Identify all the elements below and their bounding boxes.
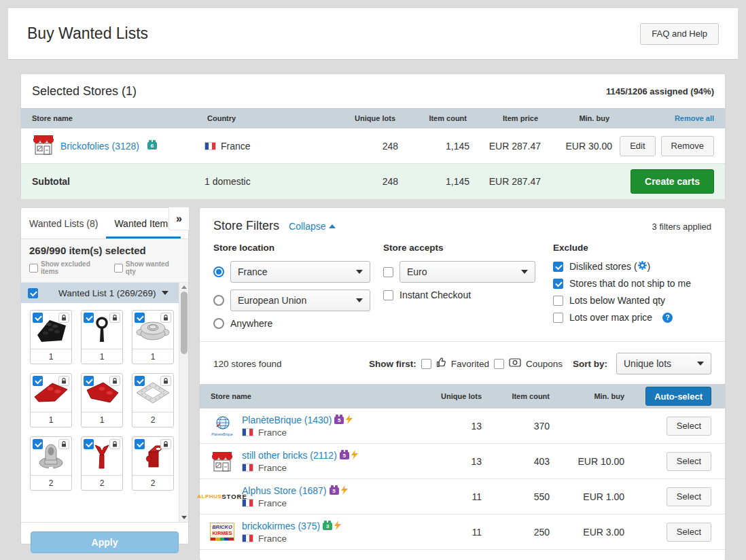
wanted-item-card[interactable]: 1 <box>30 373 72 427</box>
store-link[interactable]: Alphus Store (1687) <box>242 485 327 496</box>
wanted-item-card[interactable]: 2 <box>132 373 174 427</box>
france-flag-icon <box>242 499 253 507</box>
disliked-stores-checkbox[interactable] <box>553 262 563 272</box>
collapse-filters-link[interactable]: Collapse <box>289 221 335 232</box>
item-qty: 1 <box>82 349 122 364</box>
item-checkbox[interactable] <box>135 376 145 386</box>
wanted-item-card[interactable]: 2 <box>81 436 123 491</box>
item-checkbox[interactable] <box>33 376 43 386</box>
subtotal-unique-lots: 248 <box>306 176 398 187</box>
item-checkbox[interactable] <box>84 376 94 386</box>
collapse-panel-icon[interactable]: » <box>168 207 189 230</box>
favorited-label: Favorited <box>451 359 489 369</box>
items-scrollbar[interactable] <box>179 283 188 522</box>
wanted-item-card[interactable]: 1 <box>30 310 72 364</box>
show-excluded-checkbox[interactable] <box>29 264 38 273</box>
subtotal-country: 1 domestic <box>205 176 306 187</box>
apply-button[interactable]: Apply <box>31 531 179 553</box>
item-checkbox[interactable] <box>84 439 94 449</box>
wanted-item-card[interactable]: 1 <box>132 310 174 364</box>
subtotal-label: Subtotal <box>21 176 205 187</box>
store-accepts-label: Store accepts <box>383 243 553 253</box>
store-feedback-badge: 5 <box>330 487 339 495</box>
currency-select[interactable]: Euro <box>399 261 535 283</box>
selected-store-link[interactable]: Brickofolies (3128) <box>60 141 139 152</box>
instant-checkout-bolt-icon <box>351 450 358 461</box>
instant-checkout-bolt-icon <box>346 415 353 426</box>
instant-checkout-bolt-icon <box>334 521 341 532</box>
help-question-icon[interactable]: ? <box>662 313 673 323</box>
wanted-item-card[interactable]: 1 <box>81 373 123 427</box>
store-min-buy: EUR 3.00 <box>550 527 624 538</box>
tab-wanted-lists[interactable]: Wanted Lists (8) <box>21 208 106 239</box>
currency-checkbox[interactable] <box>383 267 393 277</box>
wanted-list-label: Wanted List 1 (269/269) <box>58 288 156 298</box>
gear-icon[interactable] <box>638 261 647 272</box>
wanted-item-card[interactable]: 2 <box>30 436 72 491</box>
item-checkbox[interactable] <box>84 313 94 323</box>
item-qty: 2 <box>132 475 173 490</box>
lock-icon <box>160 439 171 449</box>
show-wanted-qty-checkbox[interactable] <box>114 264 123 273</box>
select-store-button[interactable]: Select <box>667 452 711 471</box>
remove-button[interactable]: Remove <box>661 136 714 156</box>
item-checkbox[interactable] <box>135 313 145 323</box>
edit-button[interactable]: Edit <box>620 136 655 156</box>
select-store-button[interactable]: Select <box>667 523 711 542</box>
instant-checkout-label: Instant Checkout <box>399 290 471 300</box>
item-checkbox[interactable] <box>33 439 43 449</box>
wanted-item-card[interactable]: 2 <box>132 436 174 491</box>
favorited-checkbox[interactable] <box>421 359 431 369</box>
exclude-filter: Exclude Disliked stores ( ) Stores that … <box>553 243 711 336</box>
store-link[interactable]: brickokirmes (375) <box>242 521 320 531</box>
page-title: Buy Wanted Lists <box>27 24 148 43</box>
coupons-checkbox[interactable] <box>494 359 504 369</box>
lock-icon <box>58 376 69 386</box>
store-link[interactable]: PlanèteBrique (1430) <box>242 415 332 425</box>
below-qty-label: Lots below Wanted qty <box>569 295 665 306</box>
wanted-item-card[interactable]: 1 <box>81 310 123 364</box>
create-carts-button[interactable]: Create carts <box>630 169 714 194</box>
item-qty: 2 <box>132 412 173 427</box>
store-link[interactable]: still other bricks (2112) <box>242 450 337 461</box>
instant-checkout-checkbox[interactable] <box>383 290 393 300</box>
scroll-up-icon[interactable] <box>181 285 187 289</box>
col-store-name: Store name <box>200 392 417 400</box>
select-store-button[interactable]: Select <box>667 487 711 506</box>
col-item-count: Item count <box>482 392 550 400</box>
sort-by-label: Sort by: <box>573 359 607 369</box>
scroll-down-icon[interactable] <box>181 516 187 519</box>
chevron-down-icon <box>162 291 168 295</box>
location-france-radio[interactable] <box>213 266 224 277</box>
lock-icon <box>109 313 120 323</box>
faq-help-button[interactable]: FAQ and Help <box>640 23 719 45</box>
store-filters-panel: Store Filters Collapse 3 filters applied… <box>199 207 726 560</box>
scrollbar-thumb[interactable] <box>181 292 188 354</box>
over-price-checkbox[interactable] <box>553 313 563 323</box>
location-country-select[interactable]: France <box>230 261 370 283</box>
no-ship-checkbox[interactable] <box>553 279 563 289</box>
store-unique-lots: 248 <box>306 141 398 152</box>
below-qty-checkbox[interactable] <box>553 296 563 306</box>
col-unique-lots: Unique lots <box>306 114 398 122</box>
item-checkbox[interactable] <box>33 313 43 323</box>
location-region-select[interactable]: European Union <box>230 290 370 311</box>
wanted-list-checkbox[interactable] <box>28 288 38 298</box>
store-unique-lots: 11 <box>417 527 482 538</box>
auto-select-button[interactable]: Auto-select <box>645 387 711 406</box>
caret-down-icon <box>697 362 704 366</box>
store-item-count: 550 <box>482 491 550 502</box>
storefront-icon <box>32 134 55 158</box>
wanted-list-header[interactable]: Wanted List 1 (269/269) <box>21 283 188 303</box>
sort-by-select[interactable]: Unique lots <box>616 353 711 374</box>
col-country: Country <box>205 114 306 122</box>
select-store-button[interactable]: Select <box>667 417 711 436</box>
location-region-radio[interactable] <box>213 295 224 306</box>
item-checkbox[interactable] <box>135 439 145 449</box>
store-item-count: 403 <box>482 456 550 467</box>
filters-applied-count: 3 filters applied <box>652 222 711 232</box>
remove-all-link[interactable]: Remove all <box>675 114 714 122</box>
lock-icon <box>58 313 69 323</box>
store-location-label: Store location <box>213 243 383 253</box>
location-anywhere-radio[interactable] <box>213 318 224 329</box>
